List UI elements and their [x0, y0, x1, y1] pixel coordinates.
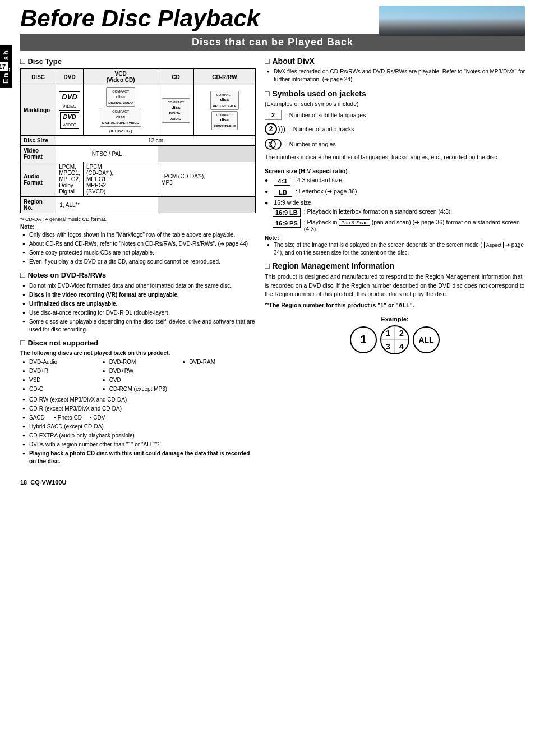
disc-type-notes: Note: Only discs with logos shown in the…	[20, 224, 256, 266]
list-item: Discs in the video recording (VR) format…	[22, 291, 256, 299]
list-item: Use disc-at-once recording for DVD-R DL …	[22, 309, 256, 317]
row-regionno-na	[158, 197, 256, 213]
list-item: SACD • Photo CD • CDV	[22, 414, 256, 422]
row-label-videoformat: VideoFormat	[21, 146, 56, 162]
dvd-rs-section: Notes on DVD-Rs/RWs Do not mix DVD-Video…	[20, 270, 256, 334]
symbols-note: The numbers indicate the number of langu…	[265, 153, 525, 162]
row-label-audioformat: AudioFormat	[21, 162, 56, 197]
table-header-disc: DISC	[21, 69, 56, 85]
list-item: DVD+RW	[103, 367, 176, 375]
region-quad-3: 3	[381, 340, 395, 353]
region-circle-quad: 1 2 3 4	[380, 325, 409, 354]
row-cdrw-marklogo: COMPACTdiscRECORDABLE COMPACTdiscREWRITA…	[193, 85, 255, 136]
wide-desc-ps: : Playback in Pan & Scan (pan and scan) …	[304, 219, 525, 232]
list-item: Even if you play a dts DVD or a dts CD, …	[22, 258, 256, 266]
row-videoformat-value: NTSC / PAL	[56, 146, 158, 162]
left-column: Disc Type DISC DVD VCD(Video CD) CD CD-R…	[20, 57, 256, 470]
example-section: Example: 1 1 2 3 4 ALL	[265, 316, 525, 354]
discs-additional-list: CD-RW (except MP3/DivX and CD-DA) CD-R (…	[20, 396, 256, 465]
list-item: CD-EXTRA (audio-only playback possible)	[22, 432, 256, 440]
discs-not-supported-heading: Discs not supported	[20, 338, 256, 347]
screen-note-label: Note:	[265, 235, 525, 241]
screen-size-heading: Screen size (H:V aspect ratio)	[265, 168, 525, 174]
symbol-desc-subtitle: : Number of subtitle languages	[286, 112, 366, 118]
list-item: Hybrid SACD (except CD-DA)	[22, 423, 256, 431]
list-item: Some copy-protected music CDs are not pl…	[22, 249, 256, 257]
about-divx-section: About DivX DivX files recorded on CD-Rs/…	[265, 57, 525, 84]
aspect-box-lb: LB	[274, 188, 292, 197]
list-item: Do not mix DVD-Video formatted data and …	[22, 282, 256, 290]
list-item: DVD+R	[22, 367, 96, 375]
list-item: About CD-Rs and CD-RWs, refer to "Notes …	[22, 240, 256, 248]
symbol-circle-audio: 2 )))	[265, 123, 285, 135]
list: DVD-RAM	[180, 358, 256, 366]
disc-type-note-list: Only discs with logos shown in the "Mark…	[20, 231, 256, 266]
region-bold-note: *²The Region number for this product is …	[265, 301, 525, 310]
list-item: DVDs with a region number other than "1"…	[22, 441, 256, 449]
region-quad-1: 1	[381, 326, 395, 340]
list-item: CD-RW (except MP3/DivX and CD-DA)	[22, 396, 256, 404]
table-row-audioformat: AudioFormat LPCM,MPEG1,MPEG2,DolbyDigita…	[21, 162, 256, 197]
row-regionno-value: 1, ALL*²	[56, 197, 158, 213]
region-quad-4: 4	[395, 340, 408, 353]
symbol-box-subtitle: 2	[265, 110, 282, 120]
screen-size-note: Note: The size of the image that is disp…	[265, 235, 525, 257]
row-label-regionno: Region No.	[21, 197, 56, 213]
discs-not-supported-section: Discs not supported The following discs …	[20, 338, 256, 465]
angle-svg: 3	[265, 138, 282, 150]
symbol-item-2: 2 ))) : Number of audio tracks	[265, 123, 525, 135]
aspect-desc-lb: : Letterbox (➔ page 36)	[296, 188, 357, 195]
region-circle-all: ALL	[413, 326, 440, 353]
disc-type-section: Disc Type DISC DVD VCD(Video CD) CD CD-R…	[20, 57, 256, 266]
page-header: Before Disc Playback	[20, 6, 525, 31]
wide-box-169lb: 16:9 LB	[273, 208, 301, 217]
bottom-bar: 18 CQ-VW100U	[20, 479, 525, 486]
wide-items: 16:9 LB : Playback in letterbox format o…	[273, 208, 525, 232]
region-heading: Region Management Information	[265, 261, 525, 270]
table-row-discsize: Disc Size 12 cm	[21, 136, 256, 146]
symbol-angle-icon: 3	[265, 138, 282, 150]
symbol-item-3: 3 : Number of angles	[265, 138, 525, 150]
dvd-rs-heading: Notes on DVD-Rs/RWs	[20, 270, 256, 279]
region-circle-1: 1	[350, 326, 377, 353]
aspect-box-43: 4:3	[274, 177, 290, 186]
svg-point-1	[271, 139, 281, 149]
discs-col1: DVD-Audio DVD+R VSD CD-G	[20, 358, 96, 394]
row-discsize-value: 12 cm	[56, 136, 256, 146]
discs-col2: DVD-ROM DVD+RW CVD CD-ROM (except MP3)	[100, 358, 176, 394]
region-section: Region Management Information This produ…	[265, 261, 525, 354]
about-divx-list: DivX files recorded on CD-Rs/RWs and DVD…	[265, 68, 525, 84]
table-header-cd: CD	[158, 69, 194, 85]
discs-not-supported-grid: DVD-Audio DVD+R VSD CD-G DVD-ROM DVD+RW …	[20, 358, 256, 394]
row-videoformat-na	[158, 146, 256, 162]
right-column: About DivX DivX files recorded on CD-Rs/…	[265, 57, 525, 470]
disc-type-heading: Disc Type	[20, 57, 256, 66]
aspect-desc-43: : 4:3 standard size	[294, 177, 342, 183]
symbols-heading: Symbols used on jackets	[265, 89, 525, 98]
table-row-regionno: Region No. 1, ALL*²	[21, 197, 256, 213]
page-number-bottom: 18	[20, 479, 27, 486]
list-item: CD-ROM (except MP3)	[103, 385, 176, 393]
wide-desc-lb: : Playback in letterbox format on a stan…	[304, 208, 452, 215]
row-vcd-audioformat: LPCM(CD-DA*¹),MPEG1,MPEG2(SVCD)	[83, 162, 158, 197]
screen-note-list: The size of the image that is displayed …	[265, 241, 525, 257]
list-item: DVD-ROM	[103, 358, 176, 366]
region-circles: 1 1 2 3 4 ALL	[265, 325, 525, 354]
wide-item-lb: 16:9 LB : Playback in letterbox format o…	[273, 208, 525, 217]
region-quad-2: 2	[395, 326, 408, 340]
row-cd-marklogo: COMPACTdiscDIGITAL AUDIO	[158, 85, 194, 136]
list-item: DVD-Audio	[22, 358, 96, 366]
list: DVD-ROM DVD+RW CVD CD-ROM (except MP3)	[100, 358, 176, 393]
symbol-desc-angles: : Number of angles	[286, 141, 336, 147]
region-text: This product is designed and manufacture…	[265, 273, 525, 299]
list-item: CD-G	[22, 385, 96, 393]
row-cd-audioformat: LPCM (CD-DA*¹),MP3	[158, 162, 256, 197]
table-header-cdrw: CD-R/RW	[193, 69, 255, 85]
table-header-dvd: DVD	[56, 69, 84, 85]
list-item: CVD	[103, 376, 176, 384]
list-item: Only discs with logos shown in the "Mark…	[22, 231, 256, 239]
list: DVD-Audio DVD+R VSD CD-G	[20, 358, 96, 393]
row-vcd-marklogo: COMPACTdiscDIGITAL VIDEO COMPACTdiscDIGI…	[83, 85, 158, 136]
row-label-marklogo: Mark/logo	[21, 85, 56, 136]
svg-text:3: 3	[269, 141, 273, 149]
